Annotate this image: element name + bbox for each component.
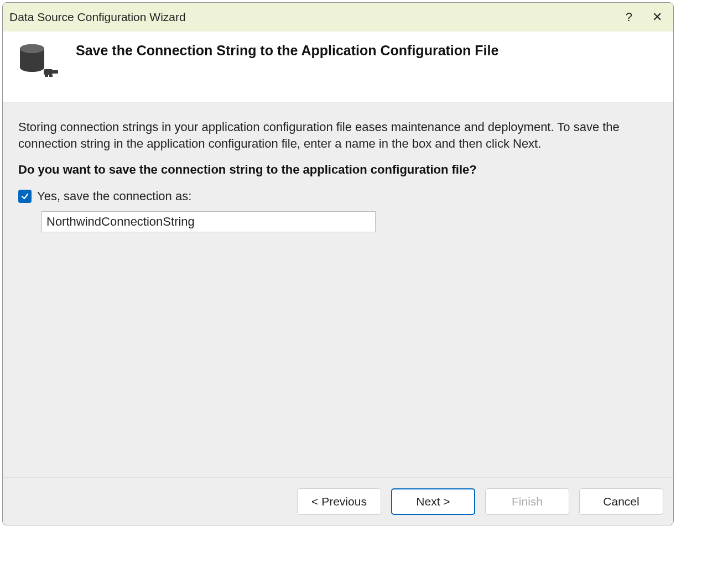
page-title: Save the Connection String to the Applic… <box>76 41 498 59</box>
database-icon <box>16 41 60 86</box>
svg-rect-6 <box>45 75 48 77</box>
cancel-button[interactable]: Cancel <box>579 488 663 515</box>
svg-rect-4 <box>44 69 53 75</box>
check-icon <box>20 192 29 201</box>
wizard-header: Save the Connection String to the Applic… <box>3 32 673 102</box>
svg-point-3 <box>20 44 44 53</box>
svg-rect-5 <box>53 70 58 74</box>
save-connection-label: Yes, save the connection as: <box>37 189 191 204</box>
next-button[interactable]: Next > <box>391 488 475 515</box>
footer-buttons: < Previous Next > Finish Cancel <box>3 477 673 525</box>
save-connection-row: Yes, save the connection as: <box>18 189 658 204</box>
description-text: Storing connection strings in your appli… <box>18 119 658 152</box>
question-text: Do you want to save the connection strin… <box>18 163 658 177</box>
connection-name-input[interactable] <box>41 211 376 232</box>
save-connection-checkbox[interactable] <box>18 190 32 203</box>
help-button[interactable]: ? <box>626 11 632 23</box>
content-area: Storing connection strings in your appli… <box>3 102 673 477</box>
previous-button[interactable]: < Previous <box>297 488 381 515</box>
finish-button: Finish <box>485 488 569 515</box>
window-title: Data Source Configuration Wizard <box>9 11 186 24</box>
wizard-dialog: Data Source Configuration Wizard ? ✕ Sav… <box>2 2 674 525</box>
titlebar-controls: ? ✕ <box>626 11 667 23</box>
titlebar: Data Source Configuration Wizard ? ✕ <box>3 3 673 32</box>
svg-rect-7 <box>49 75 53 77</box>
svg-point-2 <box>20 63 44 72</box>
close-button[interactable]: ✕ <box>652 11 662 23</box>
